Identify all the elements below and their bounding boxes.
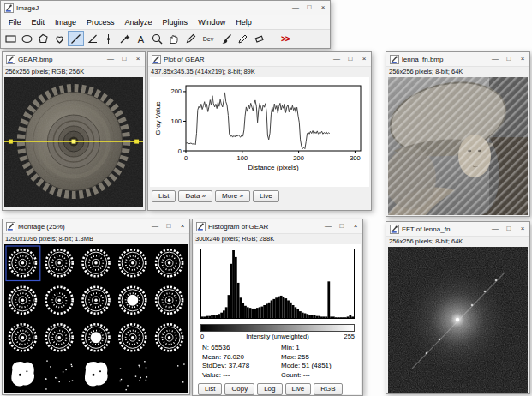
minimize-button[interactable]: — bbox=[330, 52, 344, 66]
angle-tool-button[interactable] bbox=[84, 31, 100, 46]
list-button[interactable]: List bbox=[152, 190, 176, 202]
imagej-icon bbox=[4, 3, 14, 13]
polygon-icon bbox=[37, 33, 50, 45]
minimize-button[interactable]: — bbox=[104, 52, 117, 66]
live-button[interactable]: Live bbox=[285, 383, 312, 395]
copy-button[interactable]: Copy bbox=[224, 383, 254, 395]
minimize-button[interactable]: — bbox=[321, 219, 335, 233]
line-tool-button[interactable] bbox=[68, 31, 84, 46]
polygon-tool-button[interactable] bbox=[35, 31, 51, 46]
rectangle-tool-button[interactable] bbox=[3, 31, 19, 46]
wand-tool-button[interactable] bbox=[117, 31, 133, 46]
plot-titlebar[interactable]: Plot of GEAR — □ × bbox=[148, 52, 371, 67]
imagej-icon bbox=[390, 55, 399, 64]
profile-plot-canvas[interactable]: 01002003000100200Distance (pixels)Gray V… bbox=[150, 77, 369, 187]
menu-edit[interactable]: Edit bbox=[27, 17, 51, 27]
close-button[interactable]: × bbox=[349, 219, 362, 233]
histogram-chart[interactable] bbox=[200, 249, 355, 319]
svg-text:100: 100 bbox=[170, 117, 182, 125]
gear-image bbox=[4, 77, 143, 207]
maximize-button[interactable]: □ bbox=[344, 52, 357, 66]
montage-image bbox=[4, 244, 188, 393]
close-button[interactable]: × bbox=[516, 52, 529, 66]
close-button[interactable]: × bbox=[516, 222, 529, 236]
color-picker-tool-button[interactable] bbox=[182, 31, 198, 46]
imagej-main-window: ImageJ — □ × File Edit Image Process Ana… bbox=[0, 0, 331, 49]
image-info: 256x256 pixels; 8-bit; 64K bbox=[386, 237, 529, 247]
menu-process[interactable]: Process bbox=[81, 17, 120, 27]
menu-image[interactable]: Image bbox=[50, 17, 81, 27]
window-title: Histogram of GEAR bbox=[208, 223, 321, 231]
image-info: 437.85x345.35 (414x219); 8-bit; 89K bbox=[148, 67, 371, 77]
svg-text:0: 0 bbox=[184, 154, 188, 162]
minimize-button[interactable]: — bbox=[488, 52, 502, 66]
minimize-button[interactable]: — bbox=[289, 1, 302, 15]
hand-tool-button[interactable] bbox=[165, 31, 182, 46]
live-button[interactable]: Live bbox=[253, 190, 279, 202]
pencil-tool-button[interactable] bbox=[235, 31, 251, 46]
menu-window[interactable]: Window bbox=[193, 17, 230, 27]
stat-stddev: StdDev: 37.478 bbox=[202, 362, 281, 371]
gear-titlebar[interactable]: GEAR.bmp — □ × bbox=[3, 52, 145, 67]
stat-value: Value: --- bbox=[202, 371, 281, 381]
menu-plugins[interactable]: Plugins bbox=[158, 17, 194, 27]
point-icon bbox=[102, 33, 115, 45]
stat-n: N: 65536 bbox=[202, 344, 281, 353]
gear-image-canvas[interactable] bbox=[4, 77, 143, 207]
text-icon: A bbox=[134, 33, 147, 45]
oval-tool-button[interactable] bbox=[19, 31, 35, 46]
stat-max: Max: 255 bbox=[281, 353, 361, 363]
roi-handle-center[interactable] bbox=[72, 140, 76, 144]
list-button[interactable]: List bbox=[198, 383, 222, 395]
eraser-tool-button[interactable] bbox=[251, 31, 267, 46]
minimize-button[interactable]: — bbox=[148, 219, 162, 233]
pencil-icon bbox=[236, 33, 249, 45]
fft-window: FFT of lenna_fn... — □ × 256x256 pixels;… bbox=[386, 221, 530, 394]
close-button[interactable]: × bbox=[316, 1, 330, 15]
lenna-image-canvas[interactable] bbox=[388, 77, 528, 215]
more-tools-button[interactable]: >> bbox=[278, 31, 293, 46]
maximize-button[interactable]: □ bbox=[117, 52, 131, 66]
roi-handle-left[interactable] bbox=[9, 140, 13, 144]
svg-text:200: 200 bbox=[293, 154, 304, 162]
maximize-button[interactable]: □ bbox=[302, 1, 316, 15]
svg-text:Gray Value: Gray Value bbox=[154, 101, 162, 135]
main-titlebar[interactable]: ImageJ — □ × bbox=[1, 1, 330, 15]
montage-titlebar[interactable]: Montage (25%) — □ × bbox=[3, 219, 189, 234]
brush-tool-button[interactable] bbox=[218, 31, 235, 46]
montage-image-canvas[interactable] bbox=[4, 244, 188, 393]
close-button[interactable]: × bbox=[131, 52, 145, 66]
plot-button-row: List Data » More » Live bbox=[148, 187, 371, 202]
maximize-button[interactable]: □ bbox=[502, 222, 516, 236]
histogram-titlebar[interactable]: Histogram of GEAR — □ × bbox=[193, 219, 362, 234]
point-tool-button[interactable] bbox=[100, 31, 117, 46]
menu-help[interactable]: Help bbox=[230, 17, 257, 27]
menu-file[interactable]: File bbox=[3, 17, 27, 27]
data-menu-button[interactable]: Data » bbox=[178, 190, 212, 202]
rgb-button[interactable]: RGB bbox=[314, 383, 342, 395]
maximize-button[interactable]: □ bbox=[502, 52, 516, 66]
more-menu-button[interactable]: More » bbox=[215, 190, 250, 202]
magnifier-icon bbox=[151, 33, 164, 45]
fft-titlebar[interactable]: FFT of lenna_fn... — □ × bbox=[386, 222, 529, 237]
close-button[interactable]: × bbox=[357, 52, 371, 66]
intensity-gradient-bar bbox=[200, 324, 355, 332]
zoom-tool-button[interactable] bbox=[149, 31, 165, 46]
lenna-titlebar[interactable]: lenna_fn.bmp — □ × bbox=[386, 52, 529, 67]
log-button[interactable]: Log bbox=[257, 383, 282, 395]
dev-tool-button[interactable]: Dev bbox=[198, 31, 218, 46]
fft-image-canvas[interactable] bbox=[388, 247, 528, 393]
text-tool-button[interactable]: A bbox=[133, 31, 149, 46]
fft-image bbox=[388, 247, 528, 393]
toolbar: A Dev >> bbox=[1, 30, 330, 47]
menu-analyze[interactable]: Analyze bbox=[120, 17, 158, 27]
freehand-tool-button[interactable] bbox=[51, 31, 68, 46]
maximize-button[interactable]: □ bbox=[335, 219, 349, 233]
roi-handle-right[interactable] bbox=[134, 140, 139, 144]
window-title: FFT of lenna_fn... bbox=[402, 225, 488, 233]
stat-count: Count: --- bbox=[281, 371, 361, 381]
maximize-button[interactable]: □ bbox=[162, 219, 176, 233]
line-icon bbox=[69, 33, 82, 45]
minimize-button[interactable]: — bbox=[488, 222, 502, 236]
close-button[interactable]: × bbox=[176, 219, 189, 233]
